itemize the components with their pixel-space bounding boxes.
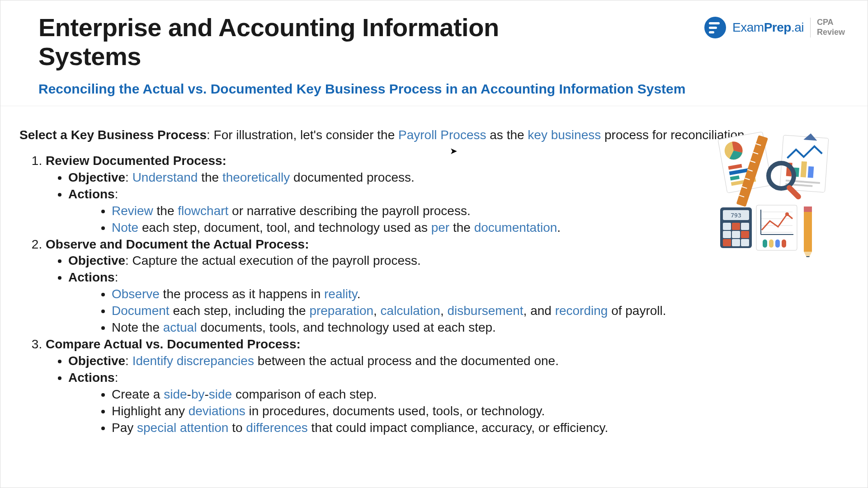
step-3: Compare Actual vs. Documented Process: O… xyxy=(46,336,840,436)
svg-rect-46 xyxy=(782,239,786,248)
step-3-title: Compare Actual vs. Documented Process: xyxy=(46,337,301,351)
slide: Enterprise and Accounting Information Sy… xyxy=(0,0,868,488)
step-3-actions-label: Actions: Create a side-by-side compariso… xyxy=(68,370,840,436)
svg-rect-3 xyxy=(801,161,807,178)
svg-rect-33 xyxy=(732,239,740,246)
page-subtitle: Reconciling the Actual vs. Documented Ke… xyxy=(38,81,840,97)
step-2-action-1: Observe the process as it happens in rea… xyxy=(112,286,840,303)
step-2-title: Observe and Document the Actual Process: xyxy=(46,237,309,251)
brand-name: ExamPrep.ai xyxy=(732,20,804,35)
step-3-action-2: Highlight any deviations in procedures, … xyxy=(112,403,840,420)
svg-rect-45 xyxy=(775,239,780,248)
step-1-title: Review Documented Process: xyxy=(46,154,226,168)
svg-text:793: 793 xyxy=(731,212,741,219)
analytics-illustration-icon: 793 xyxy=(716,131,842,257)
svg-rect-31 xyxy=(741,231,749,238)
step-3-action-3: Pay special attention to differences tha… xyxy=(112,420,840,436)
svg-rect-44 xyxy=(769,239,774,248)
step-3-action-1: Create a side-by-side comparison of each… xyxy=(112,386,840,403)
content-body: ➤ Select a Key Business Process: For ill… xyxy=(0,106,868,436)
brand-logo: ExamPrep.ai CPA Review xyxy=(704,17,845,38)
svg-rect-28 xyxy=(741,223,749,230)
svg-rect-27 xyxy=(732,223,740,230)
svg-marker-50 xyxy=(806,256,810,257)
step-2-action-2: Document each step, including the prepar… xyxy=(112,303,840,319)
svg-rect-4 xyxy=(808,166,814,178)
svg-point-40 xyxy=(785,212,789,216)
svg-rect-30 xyxy=(732,231,740,238)
svg-rect-26 xyxy=(723,223,731,230)
step-2-action-3: Note the actual documents, tools, and te… xyxy=(112,319,840,336)
brand-logo-icon xyxy=(704,17,726,38)
svg-rect-29 xyxy=(723,231,731,238)
svg-rect-34 xyxy=(741,239,749,246)
brand-tagline: CPA Review xyxy=(817,18,845,37)
svg-rect-32 xyxy=(723,239,731,246)
page-title: Enterprise and Accounting Information Sy… xyxy=(38,13,581,71)
svg-rect-43 xyxy=(763,239,767,248)
brand-divider xyxy=(810,18,811,38)
step-3-objective: Objective: Identify discrepancies betwee… xyxy=(68,353,840,370)
step-2-actions-label: Actions: Observe the process as it happe… xyxy=(68,269,840,336)
header: Enterprise and Accounting Information Sy… xyxy=(0,0,868,106)
svg-rect-47 xyxy=(804,211,812,252)
svg-rect-48 xyxy=(804,206,812,212)
